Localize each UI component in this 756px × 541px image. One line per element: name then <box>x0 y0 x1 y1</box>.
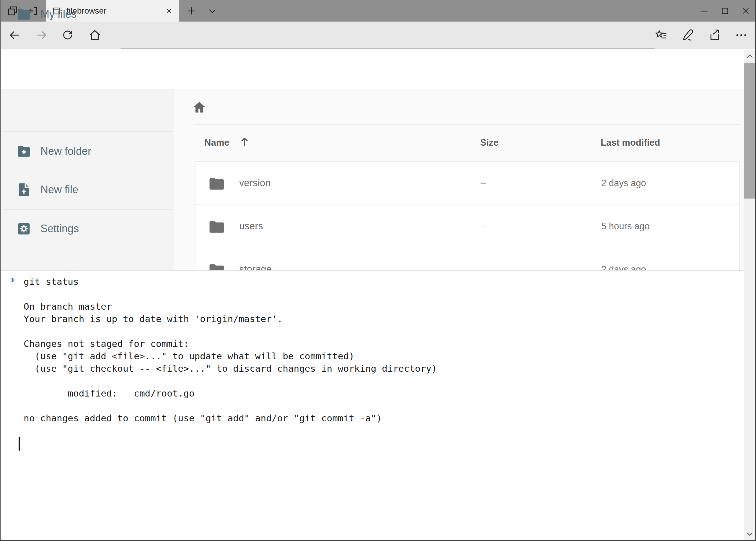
column-header-size[interactable]: Size <box>480 137 498 148</box>
file-row-users[interactable]: users – 5 hours ago <box>195 205 739 248</box>
file-row-version[interactable]: version – 2 days ago <box>195 162 739 205</box>
maximize-button[interactable] <box>715 0 735 22</box>
minimize-button[interactable] <box>694 0 715 22</box>
new-tab-button[interactable] <box>184 0 200 22</box>
folder-icon <box>208 177 225 191</box>
folder-icon <box>208 220 225 234</box>
sidebar-divider <box>3 132 172 132</box>
breadcrumb-divider <box>193 124 740 125</box>
file-size: – <box>481 221 486 232</box>
filebrowser-header <box>0 49 755 89</box>
file-name: storage <box>239 264 272 270</box>
sidebar-item-label: My files <box>41 8 77 20</box>
folder-icon <box>208 263 225 270</box>
sidebar-item-label: New folder <box>41 145 91 158</box>
tab-preview-chevron-icon[interactable] <box>204 0 220 22</box>
file-listing: Name Size Last modified version – 2 days… <box>174 89 744 270</box>
file-row-storage[interactable]: storage – 2 days ago <box>195 248 739 270</box>
sidebar-item-label: New file <box>41 184 78 196</box>
window-border-left <box>0 0 1 541</box>
terminal-panel[interactable]: › git status On branch master Your branc… <box>0 270 755 540</box>
folder-plus-icon <box>16 144 32 159</box>
terminal-output: On branch master Your branch is up to da… <box>24 288 437 424</box>
page-scrollbar[interactable] <box>744 50 755 540</box>
file-name: version <box>239 177 271 189</box>
column-header-name[interactable]: Name <box>204 137 229 148</box>
share-icon[interactable] <box>705 22 724 49</box>
gear-icon <box>16 221 32 237</box>
scroll-up-icon[interactable] <box>744 50 755 63</box>
column-header-modified[interactable]: Last modified <box>601 137 660 148</box>
hub-favorites-icon[interactable] <box>652 22 671 49</box>
close-window-button[interactable] <box>735 0 756 22</box>
annotate-pen-icon[interactable] <box>679 22 697 49</box>
sidebar-item-label: Settings <box>41 223 79 235</box>
more-menu-icon[interactable] <box>732 22 751 49</box>
sidebar-divider <box>3 209 172 210</box>
sidebar-item-new-file[interactable]: New file <box>0 176 174 204</box>
window-controls <box>694 0 756 22</box>
file-modified: 2 days ago <box>601 264 646 270</box>
file-plus-icon <box>16 182 32 197</box>
terminal-command: git status <box>24 275 79 288</box>
scrollbar-thumb[interactable] <box>744 63 755 199</box>
sidebar-item-settings[interactable]: Settings <box>0 215 174 243</box>
sidebar-item-my-files[interactable]: My files <box>0 0 174 28</box>
sidebar-item-new-folder[interactable]: New folder <box>0 137 174 166</box>
file-size: – <box>481 264 486 270</box>
listing-card: version – 2 days ago users – 5 hours ago… <box>195 161 740 270</box>
scroll-down-icon[interactable] <box>744 528 755 540</box>
breadcrumb-home-icon[interactable] <box>192 100 207 115</box>
sort-ascending-icon[interactable] <box>239 136 250 148</box>
sidebar: My files New folder New file Settings <box>0 89 174 270</box>
terminal-cursor <box>19 437 20 451</box>
file-modified: 5 hours ago <box>601 221 650 232</box>
file-size: – <box>481 178 486 189</box>
folder-icon <box>16 7 32 22</box>
terminal-prompt-chevron: › <box>11 273 14 286</box>
file-name: users <box>239 221 263 232</box>
file-modified: 2 days ago <box>601 178 646 189</box>
